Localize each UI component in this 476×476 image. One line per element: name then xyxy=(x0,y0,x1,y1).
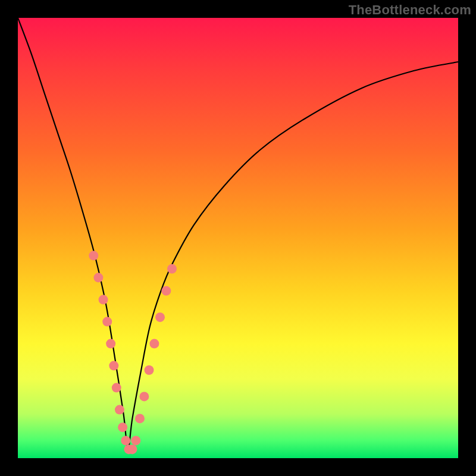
data-point xyxy=(155,312,165,322)
data-point xyxy=(89,251,98,261)
data-point xyxy=(93,273,103,283)
data-point xyxy=(139,392,149,401)
data-point xyxy=(109,361,118,371)
chart-frame: TheBottleneck.com xyxy=(0,0,476,476)
plot-area xyxy=(18,18,458,458)
data-point xyxy=(149,339,159,349)
data-point xyxy=(167,264,177,274)
data-point xyxy=(161,286,171,296)
watermark-text: TheBottleneck.com xyxy=(349,2,471,18)
data-point xyxy=(145,365,154,375)
data-point xyxy=(131,436,140,445)
data-point xyxy=(112,383,121,393)
data-point xyxy=(106,339,115,349)
data-point xyxy=(127,444,137,454)
data-point xyxy=(135,414,145,423)
curve-line xyxy=(18,18,458,449)
bottleneck-curve xyxy=(18,18,458,458)
data-point xyxy=(115,405,124,415)
data-markers xyxy=(89,251,177,455)
data-point xyxy=(102,317,112,327)
data-point xyxy=(121,436,130,445)
data-point xyxy=(118,422,127,432)
data-point xyxy=(99,295,108,305)
